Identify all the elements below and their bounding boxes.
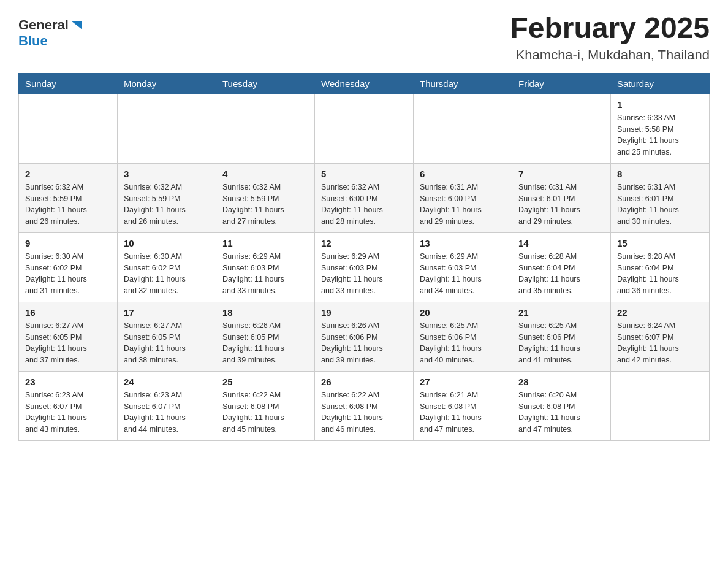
day-info: Sunrise: 6:24 AM Sunset: 6:07 PM Dayligh… [617,320,703,366]
week-row-2: 2Sunrise: 6:32 AM Sunset: 5:59 PM Daylig… [19,163,710,232]
day-number: 17 [124,307,210,318]
day-info: Sunrise: 6:27 AM Sunset: 6:05 PM Dayligh… [124,320,210,366]
day-info: Sunrise: 6:28 AM Sunset: 6:04 PM Dayligh… [518,251,604,297]
table-row: 10Sunrise: 6:30 AM Sunset: 6:02 PM Dayli… [118,232,216,302]
table-row: 26Sunrise: 6:22 AM Sunset: 6:08 PM Dayli… [315,371,414,440]
table-row: 28Sunrise: 6:20 AM Sunset: 6:08 PM Dayli… [512,371,611,440]
day-number: 28 [518,377,604,387]
day-info: Sunrise: 6:33 AM Sunset: 5:58 PM Dayligh… [617,112,703,158]
day-info: Sunrise: 6:27 AM Sunset: 6:05 PM Dayligh… [25,320,111,366]
day-number: 4 [222,169,308,179]
day-number: 21 [518,307,604,318]
day-info: Sunrise: 6:31 AM Sunset: 6:01 PM Dayligh… [518,182,604,228]
day-info: Sunrise: 6:22 AM Sunset: 6:08 PM Dayligh… [222,389,308,435]
header-friday: Friday [512,73,611,94]
table-row: 22Sunrise: 6:24 AM Sunset: 6:07 PM Dayli… [611,302,710,371]
weekday-header-row: Sunday Monday Tuesday Wednesday Thursday… [19,73,710,94]
table-row: 15Sunrise: 6:28 AM Sunset: 6:04 PM Dayli… [611,232,710,302]
week-row-4: 16Sunrise: 6:27 AM Sunset: 6:05 PM Dayli… [19,302,710,371]
day-info: Sunrise: 6:21 AM Sunset: 6:08 PM Dayligh… [420,389,506,435]
day-number: 18 [222,307,308,318]
day-number: 24 [124,377,210,387]
header-sunday: Sunday [19,73,118,94]
logo: General Blue [18,17,83,49]
day-number: 13 [420,238,506,248]
page-header: General Blue February 2025 Khamcha-i, Mu… [18,12,710,63]
table-row [315,94,414,163]
table-row [611,371,710,440]
day-number: 22 [617,307,703,318]
svg-marker-0 [71,21,82,29]
day-number: 6 [420,169,506,179]
day-number: 19 [321,307,407,318]
calendar-table: Sunday Monday Tuesday Wednesday Thursday… [18,73,710,441]
table-row: 11Sunrise: 6:29 AM Sunset: 6:03 PM Dayli… [216,232,315,302]
day-info: Sunrise: 6:32 AM Sunset: 5:59 PM Dayligh… [222,182,308,228]
table-row: 9Sunrise: 6:30 AM Sunset: 6:02 PM Daylig… [19,232,118,302]
week-row-3: 9Sunrise: 6:30 AM Sunset: 6:02 PM Daylig… [19,232,710,302]
day-number: 3 [124,169,210,179]
day-info: Sunrise: 6:29 AM Sunset: 6:03 PM Dayligh… [222,251,308,297]
table-row: 8Sunrise: 6:31 AM Sunset: 6:01 PM Daylig… [611,163,710,232]
day-info: Sunrise: 6:22 AM Sunset: 6:08 PM Dayligh… [321,389,407,435]
table-row: 14Sunrise: 6:28 AM Sunset: 6:04 PM Dayli… [512,232,611,302]
header-wednesday: Wednesday [315,73,414,94]
table-row: 21Sunrise: 6:25 AM Sunset: 6:06 PM Dayli… [512,302,611,371]
day-info: Sunrise: 6:32 AM Sunset: 6:00 PM Dayligh… [321,182,407,228]
table-row: 5Sunrise: 6:32 AM Sunset: 6:00 PM Daylig… [315,163,414,232]
day-info: Sunrise: 6:23 AM Sunset: 6:07 PM Dayligh… [124,389,210,435]
table-row: 7Sunrise: 6:31 AM Sunset: 6:01 PM Daylig… [512,163,611,232]
day-number: 15 [617,238,703,248]
day-info: Sunrise: 6:25 AM Sunset: 6:06 PM Dayligh… [518,320,604,366]
table-row: 4Sunrise: 6:32 AM Sunset: 5:59 PM Daylig… [216,163,315,232]
day-number: 10 [124,238,210,248]
logo-general-text: General [18,17,69,33]
table-row: 1Sunrise: 6:33 AM Sunset: 5:58 PM Daylig… [611,94,710,163]
title-area: February 2025 Khamcha-i, Mukdahan, Thail… [510,12,710,63]
logo-triangle-icon [70,18,83,32]
week-row-1: 1Sunrise: 6:33 AM Sunset: 5:58 PM Daylig… [19,94,710,163]
table-row: 20Sunrise: 6:25 AM Sunset: 6:06 PM Dayli… [414,302,512,371]
table-row: 19Sunrise: 6:26 AM Sunset: 6:06 PM Dayli… [315,302,414,371]
day-number: 16 [25,307,111,318]
day-info: Sunrise: 6:25 AM Sunset: 6:06 PM Dayligh… [420,320,506,366]
table-row: 27Sunrise: 6:21 AM Sunset: 6:08 PM Dayli… [414,371,512,440]
day-number: 25 [222,377,308,387]
table-row: 13Sunrise: 6:29 AM Sunset: 6:03 PM Dayli… [414,232,512,302]
table-row: 12Sunrise: 6:29 AM Sunset: 6:03 PM Dayli… [315,232,414,302]
day-info: Sunrise: 6:32 AM Sunset: 5:59 PM Dayligh… [124,182,210,228]
day-number: 23 [25,377,111,387]
location-title: Khamcha-i, Mukdahan, Thailand [510,47,710,63]
header-saturday: Saturday [611,73,710,94]
day-info: Sunrise: 6:23 AM Sunset: 6:07 PM Dayligh… [25,389,111,435]
table-row: 23Sunrise: 6:23 AM Sunset: 6:07 PM Dayli… [19,371,118,440]
day-number: 20 [420,307,506,318]
table-row [118,94,216,163]
logo-blue-text: Blue [18,33,48,49]
header-monday: Monday [118,73,216,94]
table-row: 17Sunrise: 6:27 AM Sunset: 6:05 PM Dayli… [118,302,216,371]
day-info: Sunrise: 6:31 AM Sunset: 6:00 PM Dayligh… [420,182,506,228]
header-thursday: Thursday [414,73,512,94]
day-info: Sunrise: 6:30 AM Sunset: 6:02 PM Dayligh… [124,251,210,297]
day-number: 14 [518,238,604,248]
day-info: Sunrise: 6:31 AM Sunset: 6:01 PM Dayligh… [617,182,703,228]
table-row: 24Sunrise: 6:23 AM Sunset: 6:07 PM Dayli… [118,371,216,440]
table-row: 16Sunrise: 6:27 AM Sunset: 6:05 PM Dayli… [19,302,118,371]
day-info: Sunrise: 6:32 AM Sunset: 5:59 PM Dayligh… [25,182,111,228]
day-info: Sunrise: 6:28 AM Sunset: 6:04 PM Dayligh… [617,251,703,297]
week-row-5: 23Sunrise: 6:23 AM Sunset: 6:07 PM Dayli… [19,371,710,440]
day-number: 12 [321,238,407,248]
table-row: 25Sunrise: 6:22 AM Sunset: 6:08 PM Dayli… [216,371,315,440]
day-number: 26 [321,377,407,387]
day-info: Sunrise: 6:29 AM Sunset: 6:03 PM Dayligh… [420,251,506,297]
day-info: Sunrise: 6:20 AM Sunset: 6:08 PM Dayligh… [518,389,604,435]
table-row: 2Sunrise: 6:32 AM Sunset: 5:59 PM Daylig… [19,163,118,232]
day-number: 27 [420,377,506,387]
table-row [19,94,118,163]
day-number: 11 [222,238,308,248]
day-info: Sunrise: 6:26 AM Sunset: 6:06 PM Dayligh… [321,320,407,366]
day-number: 8 [617,169,703,179]
day-number: 1 [617,99,703,110]
table-row [414,94,512,163]
